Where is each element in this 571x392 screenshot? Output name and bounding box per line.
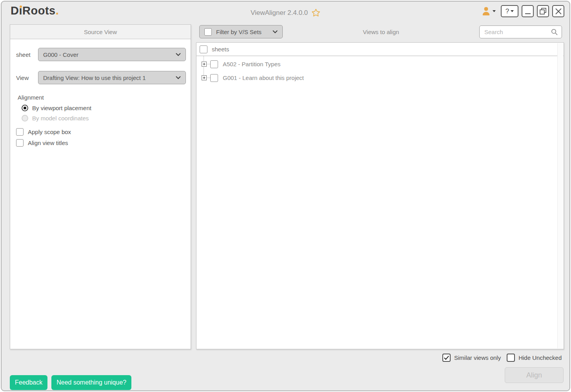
- source-view-body: sheet G000 - Cover View Drafting View: H…: [10, 39, 191, 147]
- tree-row-a502[interactable]: A502 - Partition Types: [196, 57, 564, 71]
- apply-scope-box-checkbox[interactable]: [16, 128, 24, 136]
- tree-connector-stub: [207, 64, 210, 64]
- tree-connector-stub: [207, 78, 210, 78]
- views-to-align-header-row: Filter by V/S Sets Views to align: [196, 25, 564, 38]
- view-field-row: View Drafting View: How to use this proj…: [15, 71, 186, 84]
- chevron-down-icon: [176, 76, 181, 79]
- checkmark-icon: [444, 356, 449, 360]
- sheets-root-checkbox[interactable]: [200, 45, 207, 53]
- view-label: View: [15, 74, 38, 81]
- align-view-titles-row: Align view titles: [16, 139, 186, 147]
- logo-i-with-orange-dot: ı: [19, 5, 22, 16]
- radio-selected-dot: [24, 107, 26, 109]
- minimize-icon: [525, 13, 531, 14]
- source-view-header: Source View: [10, 25, 191, 39]
- maximize-icon: [539, 7, 547, 15]
- radio-viewport-placement-label: By viewport placement: [32, 105, 91, 111]
- search-input[interactable]: [484, 28, 551, 36]
- sheet-dropdown[interactable]: G000 - Cover: [38, 48, 186, 61]
- hide-unchecked-checkbox[interactable]: [507, 354, 515, 362]
- tree-row-g001[interactable]: G001 - Learn about this project: [196, 71, 564, 85]
- user-account-menu[interactable]: [481, 6, 496, 16]
- feedback-button[interactable]: Feedback: [10, 375, 47, 390]
- tree-expand-plus-icon[interactable]: [202, 62, 207, 67]
- app-screenshot: DıRoots. ViewAligner 2.4.0.0 ?: [0, 0, 571, 392]
- similar-views-only-checkbox[interactable]: [442, 354, 451, 362]
- need-something-unique-button[interactable]: Need something unique?: [51, 375, 131, 390]
- search-icon: [551, 28, 558, 36]
- sheet-label: sheet: [15, 51, 38, 58]
- close-icon: [555, 8, 562, 15]
- diroots-logo: DıRoots.: [11, 5, 59, 16]
- tree-scrollbar-track[interactable]: [557, 43, 563, 348]
- radio-by-viewport-placement[interactable]: [22, 105, 28, 111]
- views-to-align-title: Views to align: [283, 29, 479, 35]
- chevron-down-icon: [176, 53, 181, 56]
- tree-item-label: A502 - Partition Types: [223, 61, 280, 67]
- filter-by-vs-sets-label: Filter by V/S Sets: [216, 29, 268, 35]
- help-menu-caret-icon: [511, 10, 514, 12]
- alignment-section-label: Alignment: [18, 94, 186, 101]
- filter-by-vs-sets-dropdown[interactable]: Filter by V/S Sets: [199, 25, 283, 38]
- help-question-glyph: ?: [506, 7, 509, 15]
- tree-expand-plus-icon[interactable]: [202, 75, 207, 80]
- tree-body: A502 - Partition Types G001 - Learn abou…: [196, 56, 564, 85]
- apply-scope-box-row: Apply scope box: [16, 128, 186, 136]
- footer-options-row: Similar views only Hide Unchecked: [442, 354, 564, 362]
- filter-by-vs-sets-checkbox[interactable]: [204, 28, 212, 36]
- logo-part2: Roots: [22, 4, 56, 17]
- sheets-root-label: sheets: [212, 46, 229, 53]
- align-view-titles-checkbox[interactable]: [16, 139, 24, 147]
- titlebar-controls: ?: [481, 5, 564, 17]
- sheets-root-row[interactable]: sheets: [196, 43, 564, 56]
- align-button[interactable]: Align: [505, 367, 564, 383]
- similar-views-only-label: Similar views only: [454, 354, 501, 361]
- logo-part1: D: [11, 4, 19, 17]
- user-icon: [481, 6, 491, 16]
- user-menu-caret-icon: [493, 10, 496, 12]
- tree-item-label: G001 - Learn about this project: [223, 74, 304, 81]
- radio-by-model-coordinates: [22, 115, 28, 122]
- source-view-panel: Source View sheet G000 - Cover View Draf…: [10, 24, 191, 349]
- maximize-button[interactable]: [537, 5, 549, 17]
- align-view-titles-label: Align view titles: [28, 140, 68, 146]
- minimize-button[interactable]: [522, 5, 534, 17]
- view-dropdown[interactable]: Drafting View: How to use this project 1: [38, 71, 186, 84]
- tree-item-checkbox[interactable]: [210, 74, 218, 82]
- logo-period: .: [56, 4, 59, 17]
- radio-row-model-coordinates: By model coordinates: [22, 115, 186, 122]
- chevron-down-icon: [273, 30, 278, 33]
- radio-row-viewport-placement: By viewport placement: [22, 105, 186, 111]
- radio-model-coordinates-label: By model coordinates: [32, 115, 89, 122]
- footer-promo-buttons: Feedback Need something unique?: [10, 375, 131, 390]
- help-button[interactable]: ?: [501, 5, 518, 17]
- tree-item-checkbox[interactable]: [210, 60, 218, 68]
- sheet-dropdown-value: G000 - Cover: [43, 51, 176, 58]
- views-tree-panel: sheets A502 - Partition Types G001 - Lea…: [196, 42, 564, 349]
- view-dropdown-value: Drafting View: How to use this project 1: [43, 74, 176, 81]
- apply-scope-box-label: Apply scope box: [28, 129, 71, 135]
- close-button[interactable]: [552, 5, 564, 17]
- search-box: [479, 25, 562, 38]
- sheet-field-row: sheet G000 - Cover: [15, 48, 186, 61]
- hide-unchecked-label: Hide Unchecked: [518, 354, 562, 361]
